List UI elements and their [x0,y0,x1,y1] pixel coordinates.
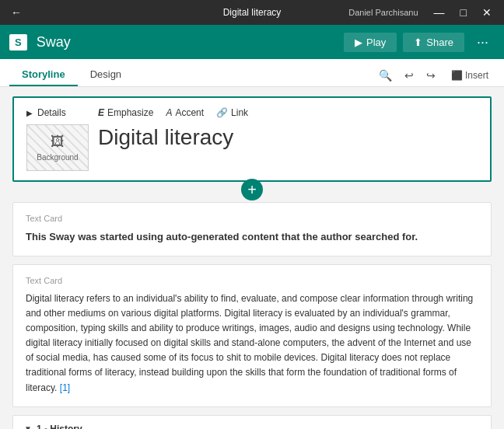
main-content: ▶ Details 🖼 Background E Emphasize A Acc… [0,87,504,429]
toolbar-emphasize[interactable]: E Emphasize [98,107,153,118]
tab-storyline[interactable]: Storyline [9,62,78,86]
title-card-sidebar: ▶ Details 🖼 Background [26,107,89,171]
accent-icon: A [166,107,172,118]
undo-btn[interactable]: ↩ [401,68,417,83]
title-bar: ← Digital literacy Daniel Parchisanu — □… [0,0,504,25]
insert-icon: ⬛ [451,70,463,81]
background-label: Background [37,153,78,162]
toolbar-link[interactable]: 🔗 Link [216,107,248,118]
tab-design[interactable]: Design [78,62,134,86]
section-card[interactable]: ▼ 1 - History Heading 1 Card [12,415,492,429]
emphasize-icon: E [98,107,104,118]
search-btn[interactable]: 🔍 [376,68,395,83]
nav-tabs-right: 🔍 ↩ ↪ ⬛ Insert [376,68,495,86]
background-icon: 🖼 [51,134,65,150]
text-card-2-body: Digital literacy refers to an individual… [26,291,478,396]
text-card-2-link[interactable]: [1] [60,382,70,393]
user-name-title: Daniel Parchisanu [348,8,418,17]
section-triangle-icon: ▼ [24,424,32,429]
text-card-1-body: This Sway was started using auto-generat… [26,229,478,245]
title-card[interactable]: ▶ Details 🖼 Background E Emphasize A Acc… [12,96,492,182]
app-bar: S Sway ▶ Play ⬆ Share ··· [0,25,504,59]
insert-btn[interactable]: ⬛ Insert [445,68,495,82]
app-bar-actions: ▶ Play ⬆ Share ··· [344,31,495,54]
play-btn[interactable]: ▶ Play [344,33,397,52]
title-card-toolbar: E Emphasize A Accent 🔗 Link [98,107,478,118]
close-btn[interactable]: ✕ [476,5,498,20]
title-card-main: E Emphasize A Accent 🔗 Link Digital lite… [98,107,478,151]
add-card-btn[interactable]: + [241,179,263,201]
redo-btn[interactable]: ↪ [423,68,439,83]
plus-btn-container: + [12,179,492,201]
text-card-2[interactable]: Text Card Digital literacy refers to an … [12,264,492,407]
text-card-1[interactable]: Text Card This Sway was started using au… [12,202,492,256]
share-btn[interactable]: ⬆ Share [403,33,464,52]
section-header: ▼ 1 - History [24,424,480,429]
section-label: 1 - History [37,424,82,429]
background-box[interactable]: 🖼 Background [26,124,89,171]
nav-tabs: Storyline Design 🔍 ↩ ↪ ⬛ Insert [0,59,504,87]
title-bar-controls: Daniel Parchisanu — □ ✕ [348,5,498,20]
play-label: Play [366,37,386,48]
insert-label: Insert [465,70,488,81]
window-title: Digital literacy [223,7,282,18]
app-icon: S [9,34,27,51]
share-label: Share [426,37,453,48]
details-label: Details [37,107,66,118]
nav-tabs-left: Storyline Design [9,62,134,86]
title-heading[interactable]: Digital literacy [98,124,478,151]
maximize-btn[interactable]: □ [454,5,473,20]
text-card-2-label: Text Card [26,276,478,285]
text-card-1-label: Text Card [26,214,478,223]
back-arrow-btn[interactable]: ← [6,5,26,20]
link-icon: 🔗 [216,107,228,118]
play-icon: ▶ [355,37,362,48]
minimize-btn[interactable]: — [428,5,451,20]
share-icon: ⬆ [414,37,422,48]
app-name: Sway [37,34,71,51]
toolbar-accent[interactable]: A Accent [166,107,204,118]
more-btn[interactable]: ··· [471,31,495,54]
card-expand-btn[interactable]: ▶ [26,109,33,117]
title-bar-left: ← [6,5,26,20]
